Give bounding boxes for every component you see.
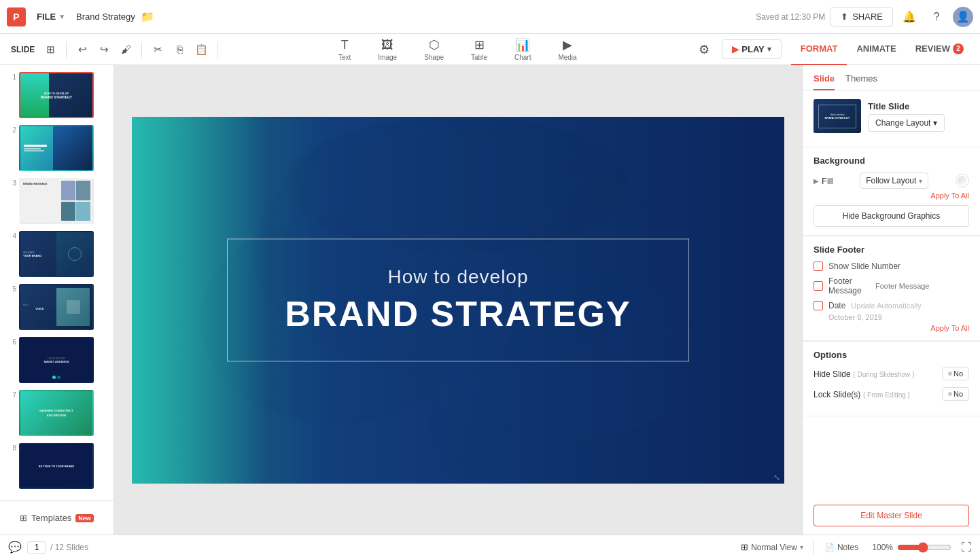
list-item[interactable]: 5 Find a VOICE — [4, 283, 109, 331]
insert-media-button[interactable]: ▶ Media — [551, 35, 583, 64]
list-item[interactable]: 8 BE TRUE TO YOUR BRAND — [4, 441, 109, 490]
list-item[interactable]: 3 BRAND MESSAGE — [4, 177, 109, 226]
paint-icon: 🖌 — [121, 43, 131, 55]
tab-review[interactable]: REVIEW 2 — [906, 34, 973, 65]
apply-to-all-link[interactable]: Apply To All — [813, 192, 969, 200]
lock-slide-row: Lock Slide(s) ( From Editing ) No — [813, 387, 969, 401]
layout-thumbnail: How to develop BRAND STRATEGY — [813, 99, 861, 133]
slide-thumbnail[interactable]: How to developBRAND STRATEGY — [19, 72, 94, 118]
tab-themes[interactable]: Themes — [845, 73, 877, 90]
notifications-button[interactable]: 🔔 — [898, 6, 920, 28]
list-item[interactable]: 4 Integrate YOUR BRAND — [4, 230, 109, 278]
tab-slide[interactable]: Slide — [813, 73, 835, 90]
list-item[interactable]: 7 Maintain Consistency Add Emotion — [4, 389, 109, 437]
paint-format-button[interactable]: 🖌 — [116, 39, 136, 60]
resize-handle[interactable]: ⤡ — [773, 473, 782, 481]
app-logo: P — [7, 7, 26, 26]
view-layout-button[interactable]: ⊞ Normal View ▾ — [737, 541, 807, 554]
chat-icon[interactable]: 💬 — [8, 541, 22, 554]
hide-slide-toggle[interactable]: No — [942, 367, 969, 380]
change-layout-button[interactable]: Change Layout ▾ — [868, 114, 945, 132]
notes-button[interactable]: 📄 Notes — [819, 541, 864, 554]
chart-label: Chart — [514, 54, 531, 61]
templates-label: Templates — [31, 513, 71, 523]
fill-select[interactable]: Follow Layout ▾ — [860, 173, 928, 189]
media-icon: ▶ — [563, 37, 572, 52]
right-panel: Slide Themes How to develop BRAND STRATE… — [802, 65, 980, 535]
tab-animate[interactable]: ANIMATE — [847, 34, 905, 65]
templates-bar[interactable]: ⊞ Templates New — [0, 501, 113, 535]
footer-message-checkbox[interactable] — [813, 281, 823, 291]
apply-to-all-footer-link[interactable]: Apply To All — [813, 324, 969, 332]
view-chevron-icon: ▾ — [800, 543, 803, 551]
paste-icon: 📋 — [195, 43, 208, 56]
paste-button[interactable]: 📋 — [191, 39, 211, 60]
insert-shape-button[interactable]: ⬡ Shape — [417, 35, 451, 64]
edit-master-slide-button[interactable]: Edit Master Slide — [813, 505, 969, 526]
date-row: Date Update Automatically — [813, 301, 969, 310]
slide-thumbnail[interactable]: BE TRUE TO YOUR BRAND — [19, 443, 94, 489]
text-icon: T — [341, 38, 349, 52]
fill-color-swatch[interactable] — [956, 174, 969, 187]
file-menu-button[interactable]: FILE ▼ — [31, 9, 71, 24]
settings-button[interactable]: ⚙ — [693, 39, 715, 60]
chart-icon: 📊 — [515, 37, 530, 52]
hide-slide-label-group: Hide Slide ( During Slideshow ) — [813, 369, 914, 379]
show-slide-number-checkbox[interactable] — [813, 262, 823, 271]
slides-list: 1 How to developBRAND STRATEGY 2 — [0, 65, 113, 501]
share-button[interactable]: ⬆ SHARE — [830, 7, 893, 26]
lock-slide-label-group: Lock Slide(s) ( From Editing ) — [813, 389, 910, 399]
page-number-input[interactable] — [27, 541, 46, 554]
main-area: 1 How to developBRAND STRATEGY 2 — [0, 65, 980, 535]
slide-thumbnail[interactable]: Maintain Consistency Add Emotion — [19, 390, 94, 436]
slide-thumbnail[interactable] — [19, 125, 94, 171]
lock-slide-toggle[interactable]: No — [942, 387, 969, 401]
play-chevron-icon: ▾ — [767, 45, 771, 54]
hide-slide-value: No — [953, 369, 963, 378]
footer-message-input[interactable] — [875, 282, 969, 290]
options-section: Options Hide Slide ( During Slideshow ) … — [803, 342, 980, 416]
footer-section: Slide Footer Show Slide Number Footer Me… — [803, 236, 980, 341]
tab-format[interactable]: FORMAT — [791, 34, 847, 65]
copy-button[interactable]: ⎘ — [169, 39, 190, 60]
list-item[interactable]: 6 Focus on your TARGET AUDIENCE — [4, 336, 109, 384]
options-title: Options — [813, 350, 969, 360]
avatar[interactable]: 👤 — [953, 7, 973, 27]
insert-table-button[interactable]: ⊞ Table — [464, 35, 494, 64]
slide-number: 7 — [5, 390, 16, 399]
toggle-view-button[interactable]: ⊞ — [40, 39, 60, 60]
slide-thumbnail[interactable]: Integrate YOUR BRAND — [19, 231, 94, 277]
slide-thumbnail[interactable]: Focus on your TARGET AUDIENCE — [19, 337, 94, 383]
fullscreen-icon[interactable]: ⛶ — [961, 541, 972, 554]
slide-content-box[interactable]: How to develop BRAND STRATEGY — [227, 238, 689, 361]
page-nav: / 12 Slides — [27, 541, 88, 554]
slide-thumbnail[interactable]: BRAND MESSAGE — [19, 178, 94, 224]
redo-button[interactable]: ↪ — [94, 39, 114, 60]
slide-canvas[interactable]: How to develop BRAND STRATEGY ⤡ — [132, 117, 784, 484]
grid-icon: ⊞ — [46, 43, 55, 56]
cut-button[interactable]: ✂ — [147, 39, 168, 60]
list-item[interactable]: 1 How to developBRAND STRATEGY — [4, 71, 109, 120]
date-checkbox[interactable] — [813, 301, 823, 310]
list-item[interactable]: 2 — [4, 124, 109, 173]
hide-background-button[interactable]: Hide Background Graphics — [813, 205, 969, 227]
play-button[interactable]: ▶ PLAY ▾ — [722, 39, 781, 59]
layout-info: Title Slide Change Layout ▾ — [868, 101, 945, 132]
review-badge: 2 — [953, 43, 964, 54]
table-label: Table — [471, 54, 487, 61]
insert-image-button[interactable]: 🖼 Image — [371, 35, 404, 64]
settings-cog-icon: ⚙ — [699, 42, 710, 57]
shape-icon: ⬡ — [429, 37, 440, 52]
fill-row: ▶ Fill Follow Layout ▾ — [813, 173, 969, 189]
hide-slide-sub: ( During Slideshow ) — [853, 371, 914, 378]
insert-text-button[interactable]: T Text — [332, 35, 357, 64]
toggle-dot-icon2 — [948, 392, 952, 396]
undo-button[interactable]: ↩ — [72, 39, 92, 60]
slide-panel: 1 How to developBRAND STRATEGY 2 — [0, 65, 114, 535]
layout-name: Title Slide — [868, 101, 945, 111]
zoom-slider[interactable] — [897, 542, 951, 553]
slide-thumbnail[interactable]: Find a VOICE — [19, 284, 94, 330]
help-button[interactable]: ? — [926, 6, 947, 28]
slide-number: 3 — [5, 178, 16, 187]
insert-chart-button[interactable]: 📊 Chart — [508, 35, 538, 64]
